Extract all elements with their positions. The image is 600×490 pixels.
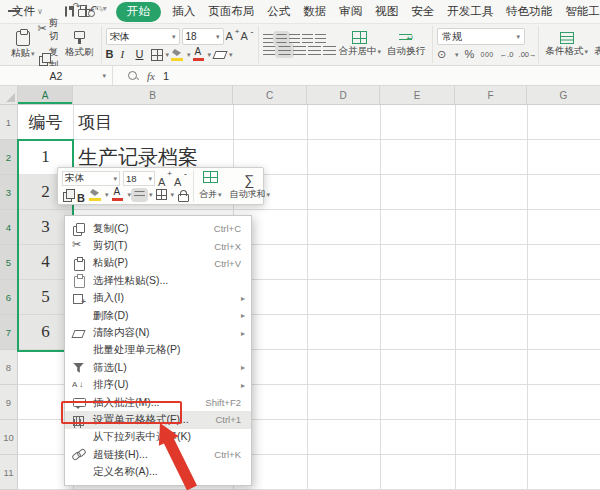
align-middle-icon[interactable] bbox=[276, 34, 287, 43]
menu-item-insert[interactable]: 插入(I) ▸ bbox=[65, 290, 251, 307]
row-headers: 1 2 3 4 5 6 7 8 9 10 11 bbox=[0, 105, 18, 490]
mini-autosum-button[interactable]: 自动求和▾ bbox=[230, 170, 271, 202]
submenu-arrow-icon: ▸ bbox=[241, 294, 245, 303]
increase-decimal-icon[interactable] bbox=[500, 48, 513, 61]
cell-b1[interactable]: 项目 bbox=[73, 105, 233, 140]
row-header-1[interactable]: 1 bbox=[0, 105, 18, 140]
font-name-value: 宋体 bbox=[110, 30, 130, 44]
column-header-c[interactable]: C bbox=[233, 86, 307, 104]
row-header-5[interactable]: 5 bbox=[0, 245, 18, 280]
format-painter-button[interactable]: 格式刷 bbox=[65, 30, 94, 59]
magnifier-icon[interactable] bbox=[127, 70, 139, 82]
menu-item-paste[interactable]: 粘贴(P) Ctrl+V bbox=[65, 255, 251, 272]
tab-data[interactable]: 数据 bbox=[303, 4, 326, 19]
mini-format-painter-icon[interactable] bbox=[62, 189, 74, 201]
mini-font-select[interactable]: 宋体▾ bbox=[62, 171, 120, 186]
align-bottom-icon[interactable] bbox=[289, 34, 300, 43]
menu-item-sort[interactable]: 排序(U) ▸ bbox=[65, 377, 251, 394]
fx-icon[interactable]: fx bbox=[147, 70, 155, 82]
align-top-icon[interactable] bbox=[263, 34, 274, 43]
cut-button[interactable]: 剪切 bbox=[38, 17, 63, 43]
file-menu-caret-icon[interactable]: ∨ bbox=[37, 7, 43, 16]
tab-smart-toolbox[interactable]: 智能工具箱 bbox=[565, 4, 600, 19]
row-header-11[interactable]: 11 bbox=[0, 455, 18, 490]
mini-align-center-icon[interactable] bbox=[134, 191, 145, 199]
currency-icon[interactable] bbox=[437, 48, 448, 61]
row-header-7[interactable]: 7 bbox=[0, 315, 18, 350]
distributed-icon[interactable] bbox=[323, 46, 336, 55]
conditional-format-button[interactable]: 条件格式▾ bbox=[546, 32, 589, 58]
tab-insert[interactable]: 插入 bbox=[172, 4, 195, 19]
menu-item-paste-special[interactable]: 选择性粘贴(S)... bbox=[65, 272, 251, 289]
row-header-2[interactable]: 2 bbox=[0, 140, 18, 175]
mini-merge-button[interactable]: 合并▾ bbox=[199, 170, 222, 202]
mini-lock-icon[interactable] bbox=[177, 189, 189, 201]
select-all-corner[interactable] bbox=[0, 86, 18, 104]
mini-fill-color-icon[interactable] bbox=[89, 188, 101, 201]
align-center-icon[interactable] bbox=[278, 46, 291, 55]
font-name-select[interactable]: 宋体▾ bbox=[106, 28, 180, 45]
align-right-icon[interactable] bbox=[293, 46, 306, 55]
mini-bold-button[interactable] bbox=[77, 188, 86, 201]
decrease-indent-icon[interactable] bbox=[302, 34, 313, 43]
tab-review[interactable]: 审阅 bbox=[339, 4, 362, 19]
tab-page-layout[interactable]: 页面布局 bbox=[208, 4, 254, 19]
column-header-g[interactable]: G bbox=[527, 86, 600, 104]
chevron-down-icon: ▾ bbox=[216, 33, 220, 41]
row-header-4[interactable]: 4 bbox=[0, 210, 18, 245]
italic-button[interactable] bbox=[121, 48, 134, 61]
mini-increase-font-icon[interactable] bbox=[158, 172, 171, 185]
tab-formulas[interactable]: 公式 bbox=[267, 4, 290, 19]
mini-borders-icon[interactable] bbox=[156, 189, 167, 200]
row-header-9[interactable]: 9 bbox=[0, 385, 18, 420]
column-header-d[interactable]: D bbox=[307, 86, 380, 104]
tab-dev-tools[interactable]: 开发工具 bbox=[447, 4, 493, 19]
fill-color-icon[interactable] bbox=[171, 48, 184, 61]
menu-item-delete[interactable]: 删除(D) ▸ bbox=[65, 307, 251, 324]
paste-button[interactable]: 粘贴▾ bbox=[11, 29, 35, 60]
borders-icon[interactable] bbox=[151, 49, 163, 61]
tab-home[interactable]: 开始 bbox=[116, 2, 161, 22]
decrease-decimal-icon[interactable] bbox=[519, 48, 534, 61]
decrease-font-icon[interactable] bbox=[241, 30, 254, 43]
shortcut: Ctrl+X bbox=[214, 241, 241, 252]
justify-icon[interactable] bbox=[308, 46, 321, 55]
tab-special-features[interactable]: 特色功能 bbox=[506, 4, 552, 19]
mini-size-select[interactable]: 18▾ bbox=[123, 171, 155, 186]
clear-format-icon[interactable] bbox=[213, 49, 226, 60]
font-size-select[interactable]: 18▾ bbox=[182, 28, 224, 45]
bold-button[interactable] bbox=[106, 48, 119, 61]
menu-item-filter[interactable]: 筛选(L) ▸ bbox=[65, 359, 251, 376]
menu-item-batch-process[interactable]: 批量处理单元格(P) bbox=[65, 342, 251, 359]
cell-a1[interactable]: 编号 bbox=[18, 105, 73, 140]
row-header-3[interactable]: 3 bbox=[0, 175, 18, 210]
row-header-6[interactable]: 6 bbox=[0, 280, 18, 315]
cut-icon bbox=[38, 24, 47, 37]
merge-center-button[interactable]: 合并居中▾ bbox=[339, 31, 382, 58]
align-left-icon[interactable] bbox=[263, 46, 276, 55]
column-header-b[interactable]: B bbox=[73, 86, 233, 104]
mini-font-color-icon[interactable] bbox=[112, 188, 124, 201]
table-style-button[interactable]: 表格样式 bbox=[594, 32, 600, 58]
column-header-a[interactable]: A bbox=[18, 86, 73, 104]
column-header-e[interactable]: E bbox=[380, 86, 455, 104]
number-format-select[interactable]: 常规▾ bbox=[437, 28, 525, 45]
menu-item-cut[interactable]: 剪切(T) Ctrl+X bbox=[65, 237, 251, 254]
name-box[interactable]: A2 ▾ bbox=[0, 66, 113, 85]
underline-button[interactable] bbox=[136, 48, 149, 61]
tab-view[interactable]: 视图 bbox=[375, 4, 398, 19]
increase-indent-icon[interactable] bbox=[315, 34, 326, 43]
row-header-10[interactable]: 10 bbox=[0, 420, 18, 455]
mini-decrease-font-icon[interactable] bbox=[174, 172, 187, 185]
percent-icon[interactable] bbox=[465, 48, 475, 61]
menu-item-clear-contents[interactable]: 清除内容(N) ▸ bbox=[65, 324, 251, 341]
thousands-separator-icon[interactable] bbox=[481, 48, 494, 61]
menu-item-copy[interactable]: 复制(C) Ctrl+C bbox=[65, 220, 251, 237]
row-header-8[interactable]: 8 bbox=[0, 350, 18, 385]
formula-input[interactable]: 1 bbox=[163, 70, 169, 82]
wrap-text-button[interactable]: 自动换行 bbox=[387, 32, 425, 58]
column-header-f[interactable]: F bbox=[455, 86, 527, 104]
increase-font-icon[interactable] bbox=[226, 30, 239, 43]
tab-security[interactable]: 安全 bbox=[411, 4, 434, 19]
font-color-icon[interactable] bbox=[193, 48, 205, 61]
